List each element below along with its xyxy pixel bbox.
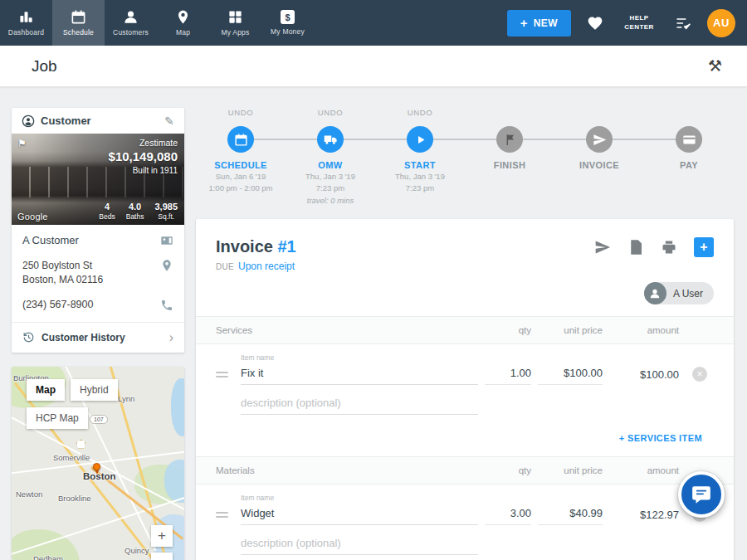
undo-start-link[interactable]: UNDO — [408, 108, 432, 119]
map-type-map[interactable]: Map — [27, 379, 65, 401]
drag-handle-icon[interactable] — [216, 372, 228, 377]
drag-handle-icon[interactable] — [216, 512, 228, 518]
credit-card-icon — [682, 133, 696, 147]
assignee-name: A User — [673, 288, 703, 299]
beds-value: 4 — [99, 202, 115, 212]
step-omw: UNDO OMW Thu, Jan 3 '19 7:23 pm travel: … — [286, 108, 375, 206]
step-time: 1:00 pm - 2:00 pm — [208, 183, 272, 193]
calendar-icon — [234, 133, 248, 147]
apps-grid-icon — [227, 9, 243, 25]
send-icon — [593, 133, 607, 147]
add-service-item-link[interactable]: + SERVICES ITEM — [619, 433, 702, 443]
item-name-label: Item name — [241, 353, 478, 362]
remove-service-item-icon[interactable]: × — [692, 367, 707, 382]
map-label-lynn: Lynn — [118, 394, 134, 403]
zoom-in-button[interactable]: + — [151, 525, 173, 547]
nav-schedule[interactable]: Schedule — [52, 0, 105, 46]
user-avatar[interactable]: AU — [707, 9, 735, 37]
map-label-quincy: Quincy — [124, 546, 149, 555]
map-widget[interactable]: Burlington Lynn 107 Somerville Boston Ne… — [12, 367, 184, 560]
property-stats: 4Beds 4.0Baths 3,985Sq.ft. — [99, 202, 178, 221]
step-label: SCHEDULE — [214, 160, 267, 170]
service-item-row: $100.00 × — [196, 362, 734, 385]
nav-label: Map — [176, 28, 190, 37]
add-invoice-button[interactable]: + — [694, 237, 714, 257]
customer-history-row[interactable]: Customer History › — [12, 322, 184, 353]
invoice-number[interactable]: #1 — [277, 237, 295, 256]
task-list-icon[interactable] — [675, 15, 691, 32]
main-column: UNDO SCHEDULE Sun, Jan 6 '19 1:00 pm - 2… — [196, 108, 734, 560]
customer-address-row: 250 Boylston St Boston, MA 02116 — [12, 252, 184, 292]
zoom-out-button[interactable]: − — [151, 553, 173, 560]
map-label-dedham: Dedham — [33, 554, 63, 560]
location-pin-icon[interactable] — [160, 259, 173, 272]
material-unit-price-input[interactable] — [538, 504, 603, 525]
nav-map[interactable]: Map — [157, 0, 209, 46]
customer-card: Customer ✎ ⚑ Zestimate $10,149,080 Built… — [12, 108, 184, 353]
nav-label: Customers — [113, 28, 149, 37]
undo-omw-link[interactable]: UNDO — [318, 108, 343, 119]
step-travel: travel: 0 mins — [307, 196, 354, 206]
job-location-pin[interactable] — [93, 463, 100, 470]
step-schedule-circle[interactable] — [227, 126, 254, 153]
send-invoice-icon[interactable] — [594, 239, 611, 256]
invoice-actions: PDF + — [594, 237, 714, 257]
customer-phone: (234) 567-8900 — [22, 299, 93, 310]
service-unit-price-input[interactable] — [538, 363, 603, 385]
customer-name-row: A Customer — [12, 225, 184, 252]
map-label-somerville: Somerville — [53, 453, 90, 462]
google-watermark: Google — [17, 212, 48, 222]
map-type-hcp[interactable]: HCP Map — [27, 407, 88, 429]
chat-fab-button[interactable] — [678, 471, 725, 518]
step-pay-circle[interactable] — [676, 126, 702, 153]
phone-icon[interactable] — [160, 299, 173, 312]
undo-schedule-link[interactable]: UNDO — [228, 108, 253, 119]
contact-card-icon[interactable] — [160, 234, 173, 247]
assignee-row: A User — [196, 272, 734, 316]
job-actions-icon[interactable]: ⚒ — [708, 56, 722, 75]
nav-dashboard[interactable]: Dashboard — [0, 0, 52, 46]
new-button[interactable]: + NEW — [507, 10, 571, 37]
navbar-right: + NEW HELP CENTER AU — [507, 0, 747, 46]
customer-address: 250 Boylston St Boston, MA 02116 — [22, 259, 103, 287]
zestimate-label: Zestimate — [109, 138, 178, 148]
material-description-input[interactable] — [241, 533, 478, 555]
step-finish-circle[interactable] — [496, 126, 523, 153]
pdf-icon[interactable]: PDF — [627, 239, 644, 256]
step-start-circle[interactable] — [407, 126, 433, 153]
step-invoice-circle[interactable] — [586, 126, 613, 153]
invoice-header: Invoice #1 DUE Upon receipt PDF + — [196, 219, 734, 272]
services-title: Services — [216, 325, 478, 335]
due-value-link[interactable]: Upon receipt — [238, 261, 295, 272]
step-label: OMW — [318, 160, 342, 170]
material-name-input[interactable] — [241, 504, 478, 525]
nav-my-money[interactable]: $ My Money — [261, 0, 314, 46]
page-title: Job — [32, 57, 57, 75]
service-description-input[interactable] — [241, 393, 478, 415]
nav-label: Schedule — [63, 28, 94, 37]
assignee-chip[interactable]: A User — [644, 282, 714, 304]
map-type-hybrid[interactable]: Hybrid — [71, 379, 118, 401]
step-label: INVOICE — [579, 160, 619, 170]
step-finish: FINISH — [465, 108, 554, 206]
step-omw-circle[interactable] — [317, 126, 344, 153]
nav-customers[interactable]: Customers — [105, 0, 157, 46]
help-center-link[interactable]: HELP CENTER — [619, 14, 659, 32]
item-label-row: Item name — [196, 344, 734, 362]
property-photo[interactable]: ⚑ Zestimate $10,149,080 Built in 1911 4B… — [12, 134, 184, 225]
service-qty-input[interactable] — [485, 363, 531, 385]
calendar-icon — [71, 9, 86, 25]
nav-my-apps[interactable]: My Apps — [209, 0, 261, 46]
edit-customer-icon[interactable]: ✎ — [164, 114, 174, 128]
service-amount: $100.00 — [609, 368, 679, 381]
material-item-row: $122.97 × — [196, 502, 734, 525]
service-name-input[interactable] — [241, 363, 478, 385]
qty-column-header: qty — [485, 465, 531, 475]
heart-icon[interactable] — [587, 15, 603, 32]
material-qty-input[interactable] — [485, 504, 531, 525]
content-area: Customer ✎ ⚑ Zestimate $10,149,080 Built… — [0, 87, 747, 560]
top-navbar: Dashboard Schedule Customers Map My Apps… — [0, 0, 747, 46]
print-icon[interactable] — [661, 239, 677, 256]
step-time: 7:23 pm — [406, 183, 434, 193]
service-description-row — [196, 385, 734, 420]
